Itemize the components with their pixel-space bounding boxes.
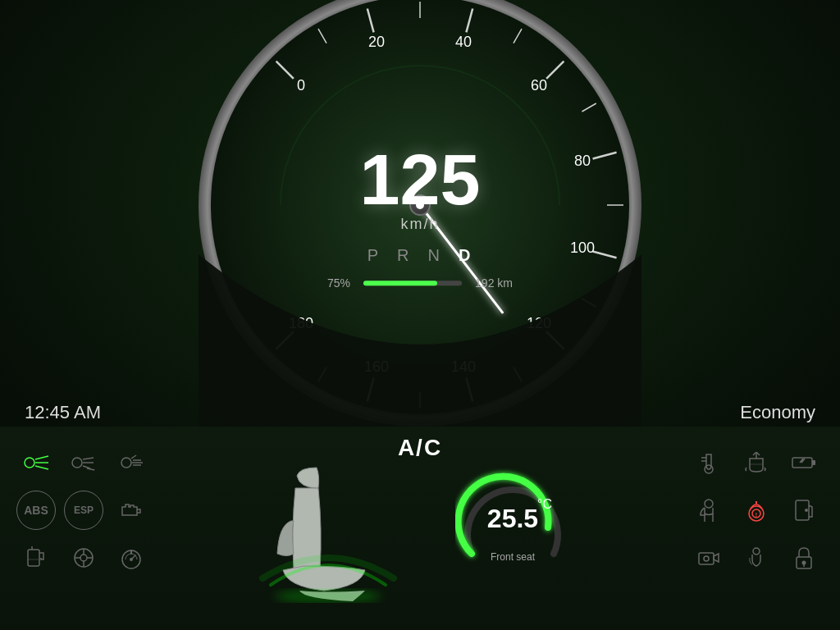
svg-text:60: 60 xyxy=(531,77,547,94)
icons-left: ABS ESP xyxy=(16,443,151,578)
power-steering-icon xyxy=(64,538,103,578)
battery-section: 75% 192 km xyxy=(327,276,513,290)
ac-label: A/C xyxy=(398,435,442,461)
svg-point-79 xyxy=(805,509,808,512)
gear-r: R xyxy=(397,246,411,265)
svg-line-39 xyxy=(35,466,48,469)
battery-bar-background xyxy=(363,281,462,285)
svg-point-32 xyxy=(275,590,381,603)
fuel-level-icon xyxy=(16,538,56,578)
speed-value: 125 xyxy=(327,144,513,216)
battery-charge-icon xyxy=(784,443,824,482)
svg-text:80: 80 xyxy=(574,153,591,169)
engine-warning-icon xyxy=(112,491,151,530)
abs-icon: ABS xyxy=(16,491,56,530)
svg-point-84 xyxy=(802,561,806,565)
icons-right: ! xyxy=(689,443,824,578)
svg-line-37 xyxy=(35,456,48,459)
speed-unit: km/h xyxy=(327,216,513,233)
gear-d: D xyxy=(459,246,472,265)
temp-gauge-svg: 25.5 °C Front seat xyxy=(455,463,570,578)
gear-n: N xyxy=(427,246,441,265)
gear-selector: P R N D xyxy=(327,246,513,265)
passenger-seatbelt-icon xyxy=(737,538,776,578)
svg-text:25.5: 25.5 xyxy=(487,504,538,533)
svg-point-73 xyxy=(705,500,713,508)
svg-text:100: 100 xyxy=(570,240,595,256)
svg-rect-69 xyxy=(812,460,815,465)
door-open-icon xyxy=(784,491,824,530)
svg-point-62 xyxy=(130,558,133,561)
svg-text:40: 40 xyxy=(455,34,472,50)
svg-line-49 xyxy=(131,455,136,459)
high-beam-icon xyxy=(16,443,56,482)
center-display: 125 km/h P R N D 75% 192 km xyxy=(327,144,513,290)
svg-text:°C: °C xyxy=(537,497,552,511)
svg-point-54 xyxy=(80,555,87,561)
seat-area xyxy=(246,463,410,595)
svg-point-36 xyxy=(25,458,34,468)
esp-icon: ESP xyxy=(64,491,103,530)
gear-p: P xyxy=(368,246,381,265)
battery-bar-fill xyxy=(363,281,437,285)
fog-light-icon xyxy=(112,443,151,482)
lock-icon xyxy=(784,538,824,578)
engine-temp-icon xyxy=(689,443,728,482)
low-beam-icon xyxy=(64,443,103,482)
svg-point-40 xyxy=(72,458,82,468)
svg-line-43 xyxy=(83,466,90,468)
battery-percent: 75% xyxy=(327,276,350,290)
battery-range: 192 km xyxy=(475,276,513,290)
svg-point-82 xyxy=(753,548,760,555)
pressure-gauge-icon xyxy=(112,538,151,578)
svg-rect-50 xyxy=(28,550,39,566)
svg-text:!: ! xyxy=(756,512,757,518)
svg-rect-80 xyxy=(699,553,714,564)
dashcam-icon xyxy=(689,538,728,578)
svg-point-81 xyxy=(704,556,709,561)
tpms-icon: ! xyxy=(737,491,776,530)
seat-icon xyxy=(246,463,410,603)
coolant-level-icon xyxy=(737,443,776,482)
svg-text:0: 0 xyxy=(297,77,305,94)
svg-line-41 xyxy=(83,458,94,459)
speedometer: 020406080100120140160180 125 km/h P R N … xyxy=(190,0,650,435)
temperature-gauge: 25.5 °C Front seat xyxy=(455,463,570,578)
svg-point-45 xyxy=(121,458,131,468)
svg-text:Front seat: Front seat xyxy=(491,551,536,563)
svg-text:20: 20 xyxy=(368,34,385,50)
seatbelt-icon xyxy=(689,491,728,530)
